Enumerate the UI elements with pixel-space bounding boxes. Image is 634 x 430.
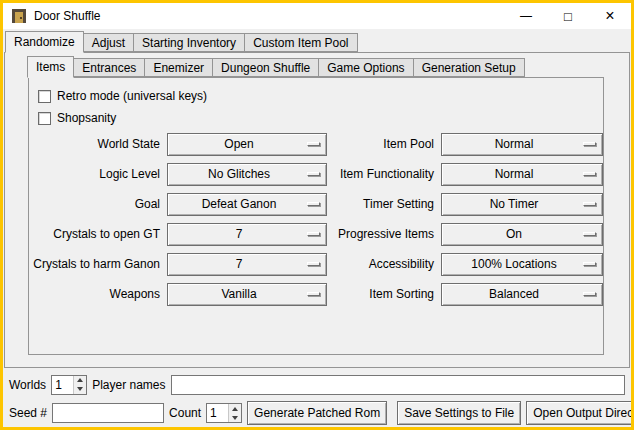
main-tabbar: Randomize Adjust Starting Inventory Cust… <box>5 31 631 52</box>
retro-mode-checkbox-row[interactable]: Retro mode (universal keys) <box>38 85 603 107</box>
dropdown-indicator-icon <box>583 172 596 176</box>
logic-level-dropdown[interactable]: No Glitches <box>167 163 327 186</box>
spin-up-icon[interactable] <box>74 376 86 385</box>
weapons-label: Weapons <box>29 287 160 301</box>
timer-setting-value: No Timer <box>490 197 539 211</box>
items-pane: Retro mode (universal keys) Shopsanity W… <box>28 77 604 355</box>
goal-dropdown[interactable]: Defeat Ganon <box>167 193 327 216</box>
tab-items[interactable]: Items <box>27 56 74 78</box>
item-sorting-label: Item Sorting <box>334 287 434 301</box>
tab-randomize[interactable]: Randomize <box>5 31 84 53</box>
retro-mode-checkbox-icon[interactable] <box>38 90 51 103</box>
dropdown-indicator-icon <box>307 202 320 206</box>
options-grid: World State Open Item Pool Normal Logic … <box>29 129 603 309</box>
multiworld-row: Worlds Player names <box>9 374 625 395</box>
dropdown-indicator-icon <box>583 232 596 236</box>
item-functionality-value: Normal <box>495 167 534 181</box>
shopsanity-label: Shopsanity <box>57 111 116 125</box>
item-pool-dropdown[interactable]: Normal <box>441 133 603 156</box>
randomize-pane: Items Entrances Enemizer Dungeon Shuffle… <box>4 52 630 368</box>
worlds-label: Worlds <box>9 378 46 392</box>
item-sorting-value: Balanced <box>489 287 539 301</box>
weapons-dropdown[interactable]: Vanilla <box>167 283 327 306</box>
dropdown-indicator-icon <box>583 262 596 266</box>
timer-setting-label: Timer Setting <box>334 197 434 211</box>
client-area: Randomize Adjust Starting Inventory Cust… <box>3 29 631 427</box>
tab-enemizer[interactable]: Enemizer <box>144 58 213 77</box>
dropdown-indicator-icon <box>307 232 320 236</box>
timer-setting-dropdown[interactable]: No Timer <box>441 193 603 216</box>
world-state-label: World State <box>29 137 160 151</box>
dropdown-indicator-icon <box>307 262 320 266</box>
dropdown-indicator-icon <box>583 292 596 296</box>
dropdown-indicator-icon <box>583 142 596 146</box>
worlds-spinner[interactable] <box>51 375 87 395</box>
item-functionality-dropdown[interactable]: Normal <box>441 163 603 186</box>
generate-button[interactable]: Generate Patched Rom <box>247 401 387 425</box>
tab-starting-inventory[interactable]: Starting Inventory <box>133 33 245 52</box>
seed-input[interactable] <box>52 403 164 423</box>
crystals-ganon-dropdown[interactable]: 7 <box>167 253 327 276</box>
weapons-value: Vanilla <box>221 287 256 301</box>
spin-up-icon[interactable] <box>229 404 241 413</box>
item-sorting-dropdown[interactable]: Balanced <box>441 283 603 306</box>
goal-value: Defeat Ganon <box>202 197 277 211</box>
worlds-spin-arrows <box>73 376 86 394</box>
dropdown-indicator-icon <box>307 292 320 296</box>
tab-custom-item-pool[interactable]: Custom Item Pool <box>244 33 357 52</box>
crystals-gt-dropdown[interactable]: 7 <box>167 223 327 246</box>
tab-entrances[interactable]: Entrances <box>73 58 145 77</box>
crystals-gt-value: 7 <box>236 227 243 241</box>
item-pool-label: Item Pool <box>334 137 434 151</box>
close-icon[interactable]: × <box>589 3 631 29</box>
item-functionality-label: Item Functionality <box>334 167 434 181</box>
titlebar: Door Shuffle — □ × <box>3 3 631 29</box>
tab-dungeon-shuffle[interactable]: Dungeon Shuffle <box>212 58 319 77</box>
generation-row: Seed # Count Generate Patched Rom Save S… <box>9 401 625 425</box>
tab-game-options[interactable]: Game Options <box>318 58 413 77</box>
crystals-ganon-value: 7 <box>236 257 243 271</box>
window-controls: — □ × <box>505 3 631 29</box>
world-state-value: Open <box>224 137 253 151</box>
spin-down-icon[interactable] <box>229 413 241 422</box>
shopsanity-checkbox-icon[interactable] <box>38 112 51 125</box>
seed-label: Seed # <box>9 406 47 420</box>
window-title: Door Shuffle <box>34 9 101 23</box>
dropdown-indicator-icon <box>583 202 596 206</box>
goal-label: Goal <box>29 197 160 211</box>
dropdown-indicator-icon <box>307 172 320 176</box>
shopsanity-checkbox-row[interactable]: Shopsanity <box>38 107 603 129</box>
count-input[interactable] <box>207 404 228 422</box>
spin-down-icon[interactable] <box>74 385 86 394</box>
sub-tabbar: Items Entrances Enemizer Dungeon Shuffle… <box>27 56 629 77</box>
progressive-items-label: Progressive Items <box>334 227 434 241</box>
minimize-icon[interactable]: — <box>505 3 547 29</box>
accessibility-label: Accessibility <box>334 257 434 271</box>
logic-level-value: No Glitches <box>208 167 270 181</box>
save-settings-button[interactable]: Save Settings to File <box>397 401 521 425</box>
player-names-label: Player names <box>92 378 165 392</box>
progressive-items-value: On <box>506 227 522 241</box>
player-names-input[interactable] <box>171 375 626 395</box>
retro-mode-label: Retro mode (universal keys) <box>57 89 207 103</box>
app-icon <box>11 8 27 24</box>
count-label: Count <box>169 406 201 420</box>
progressive-items-dropdown[interactable]: On <box>441 223 603 246</box>
tab-generation-setup[interactable]: Generation Setup <box>413 58 525 77</box>
item-pool-value: Normal <box>495 137 534 151</box>
world-state-dropdown[interactable]: Open <box>167 133 327 156</box>
count-spin-arrows <box>228 404 241 422</box>
count-spinner[interactable] <box>206 403 242 423</box>
accessibility-value: 100% Locations <box>471 257 556 271</box>
open-output-button[interactable]: Open Output Directory <box>526 401 634 425</box>
logic-level-label: Logic Level <box>29 167 160 181</box>
dropdown-indicator-icon <box>307 142 320 146</box>
worlds-input[interactable] <box>52 376 73 394</box>
app-window: Door Shuffle — □ × Randomize Adjust Star… <box>0 0 634 430</box>
tab-adjust[interactable]: Adjust <box>83 33 134 52</box>
accessibility-dropdown[interactable]: 100% Locations <box>441 253 603 276</box>
maximize-icon[interactable]: □ <box>547 3 589 29</box>
crystals-gt-label: Crystals to open GT <box>29 227 160 241</box>
crystals-ganon-label: Crystals to harm Ganon <box>29 257 160 271</box>
